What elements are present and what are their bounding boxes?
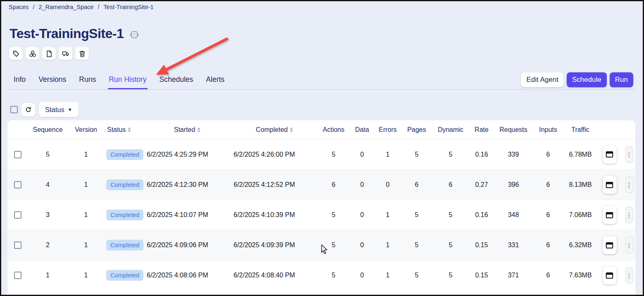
tab-run-history[interactable]: Run History	[108, 75, 147, 89]
cell-errors: 1	[375, 241, 400, 249]
table-body: 5 1 Completed 6/2/2025 4:25:29 PM 6/2/20…	[7, 139, 635, 290]
column-header-rate[interactable]: Rate	[468, 126, 495, 134]
window-icon	[606, 272, 613, 279]
breadcrumb-space-name[interactable]: 2_Ramendra_Space	[38, 4, 93, 10]
status-badge: Completed	[106, 240, 143, 251]
tab-alerts[interactable]: Alerts	[205, 75, 225, 89]
breadcrumb-spaces[interactable]: Spaces	[9, 4, 29, 10]
window-icon	[606, 181, 613, 189]
column-header-sequence[interactable]: Sequence	[28, 126, 67, 134]
cell-started: 6/2/2025 4:10:07 PM	[144, 210, 215, 220]
status-badge: Completed	[106, 179, 143, 190]
cell-version: 1	[67, 241, 105, 249]
row-checkbox[interactable]	[14, 211, 21, 219]
status-filter-dropdown[interactable]: Status ▼	[39, 102, 79, 117]
cell-errors: 0	[375, 181, 400, 189]
row-checkbox[interactable]	[14, 181, 21, 189]
column-header-requests[interactable]: Requests	[495, 126, 532, 134]
kebab-menu-icon: ⋮	[626, 242, 632, 248]
run-history-panel: Sequence Version Status Started Complete…	[7, 120, 635, 295]
truck-button[interactable]	[59, 47, 72, 60]
cubes-icon	[29, 50, 36, 57]
cell-dynamic: 6	[433, 181, 468, 189]
open-run-window-button[interactable]	[603, 176, 617, 194]
cell-actions: 5	[318, 241, 349, 249]
cell-requests: 348	[495, 211, 532, 219]
robot-icon	[129, 29, 140, 41]
row-menu-button[interactable]: ⋮	[625, 146, 633, 163]
cell-traffic: 6.78MB	[565, 151, 596, 158]
page-title: Test-TrainingSite-1	[10, 26, 124, 41]
table-row: 1 1 Completed 6/2/2025 4:08:06 PM 6/2/20…	[7, 260, 635, 290]
column-header-errors[interactable]: Errors	[375, 126, 400, 134]
row-menu-button[interactable]: ⋮	[625, 267, 633, 284]
cubes-button[interactable]	[26, 47, 39, 60]
tab-schedules[interactable]: Schedules	[159, 75, 194, 89]
tab-versions[interactable]: Versions	[38, 75, 67, 89]
breadcrumb-agent-name[interactable]: Test-TrainingSite-1	[103, 4, 153, 10]
column-header-actions[interactable]: Actions	[318, 126, 349, 134]
tab-runs[interactable]: Runs	[78, 75, 97, 89]
cell-started: 6/2/2025 4:12:30 PM	[144, 180, 215, 189]
window-icon	[606, 212, 613, 219]
schedule-button[interactable]: Schedule	[567, 72, 607, 87]
cell-version: 1	[67, 272, 105, 279]
agent-toolbar	[9, 47, 89, 60]
row-checkbox[interactable]	[14, 241, 21, 249]
truck-icon	[62, 50, 69, 57]
tag-button[interactable]	[9, 47, 23, 60]
row-checkbox[interactable]	[14, 151, 21, 158]
sort-icon[interactable]	[197, 127, 200, 132]
cell-errors: 1	[375, 272, 400, 279]
column-header-traffic[interactable]: Traffic	[565, 126, 596, 134]
table-row: 2 1 Completed 6/2/2025 4:09:06 PM 6/2/20…	[7, 230, 635, 260]
tab-info[interactable]: Info	[13, 75, 26, 89]
sort-icon[interactable]	[128, 127, 131, 132]
open-run-window-button[interactable]	[603, 236, 617, 254]
cell-completed: 6/2/2025 4:09:39 PM	[231, 240, 302, 250]
row-menu-button[interactable]: ⋮	[625, 237, 633, 253]
row-menu-button[interactable]: ⋮	[625, 207, 633, 223]
table-row: 3 1 Completed 6/2/2025 4:10:07 PM 6/2/20…	[7, 200, 635, 230]
column-header-data[interactable]: Data	[349, 126, 375, 134]
table-row: 5 1 Completed 6/2/2025 4:25:29 PM 6/2/20…	[7, 139, 635, 169]
trash-icon	[79, 50, 86, 57]
column-header-completed[interactable]: Completed	[231, 126, 318, 134]
column-header-status[interactable]: Status	[105, 126, 144, 134]
cell-started: 6/2/2025 4:08:06 PM	[144, 270, 215, 280]
cell-dynamic: 5	[433, 211, 468, 219]
cell-actions: 5	[318, 211, 349, 219]
cell-pages: 6	[400, 181, 433, 189]
cell-completed: 6/2/2025 4:26:00 PM	[231, 150, 302, 159]
cell-rate: 0.16	[468, 151, 495, 158]
title-row: Test-TrainingSite-1	[10, 26, 140, 41]
refresh-button[interactable]	[21, 103, 35, 117]
column-header-inputs[interactable]: Inputs	[532, 126, 565, 134]
delete-button[interactable]	[75, 47, 89, 60]
document-button[interactable]	[42, 47, 56, 60]
cell-traffic: 8.13MB	[565, 181, 596, 189]
column-header-started[interactable]: Started	[144, 126, 231, 134]
column-header-version[interactable]: Version	[67, 126, 105, 134]
cell-sequence: 5	[28, 151, 67, 158]
cell-pages: 5	[400, 241, 433, 249]
cell-actions: 5	[318, 151, 349, 158]
column-header-pages[interactable]: Pages	[400, 126, 433, 134]
row-menu-button[interactable]: ⋮	[625, 177, 633, 193]
cell-requests: 396	[495, 181, 532, 189]
status-badge: Completed	[106, 210, 143, 220]
edit-agent-button[interactable]: Edit Agent	[521, 72, 564, 87]
sort-icon[interactable]	[290, 127, 293, 132]
row-checkbox[interactable]	[14, 272, 21, 279]
select-all-checkbox[interactable]	[10, 106, 18, 113]
kebab-menu-icon: ⋮	[626, 212, 632, 218]
run-button[interactable]: Run	[610, 72, 633, 87]
cell-dynamic: 5	[433, 151, 468, 158]
open-run-window-button[interactable]	[603, 266, 617, 284]
open-run-window-button[interactable]	[603, 146, 617, 164]
open-run-window-button[interactable]	[603, 206, 617, 224]
cell-rate: 0.15	[468, 241, 495, 249]
cell-data: 0	[349, 151, 375, 158]
column-header-dynamic[interactable]: Dynamic	[433, 126, 468, 134]
kebab-menu-icon: ⋮	[626, 272, 632, 279]
